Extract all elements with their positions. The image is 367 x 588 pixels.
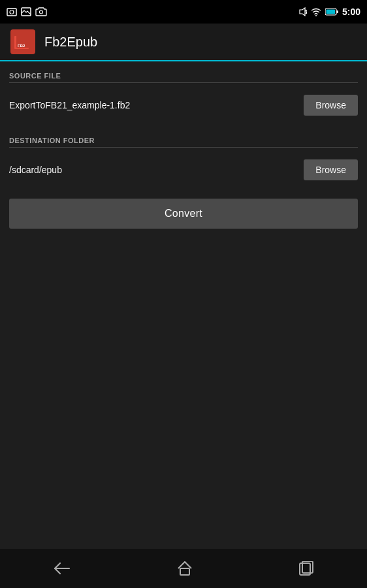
recent-button[interactable] bbox=[279, 555, 333, 582]
app-bar: FB2 Fb2Epub bbox=[0, 24, 367, 61]
recent-icon bbox=[299, 561, 313, 576]
status-bar: 5:00 bbox=[0, 0, 367, 24]
svg-rect-10 bbox=[336, 10, 338, 13]
screenshot-icon bbox=[7, 7, 17, 16]
home-button[interactable] bbox=[157, 555, 212, 582]
wifi-icon bbox=[311, 7, 321, 16]
home-icon bbox=[177, 561, 193, 576]
camera-icon bbox=[35, 7, 47, 16]
app-title: Fb2Epub bbox=[44, 35, 97, 50]
status-bar-left-icons bbox=[7, 7, 47, 16]
source-file-section: SOURCE FILE ExportToFB21_example-1.fb2 B… bbox=[9, 61, 358, 126]
svg-point-8 bbox=[315, 15, 317, 16]
svg-point-3 bbox=[40, 10, 43, 14]
back-icon bbox=[54, 562, 71, 575]
gallery-icon bbox=[21, 7, 31, 16]
destination-folder-section: DESTINATION FOLDER /sdcard/epub Browse bbox=[9, 126, 358, 191]
mute-icon bbox=[299, 7, 307, 16]
destination-folder-path: /sdcard/epub bbox=[9, 165, 304, 175]
source-file-label: SOURCE FILE bbox=[9, 72, 358, 80]
convert-button[interactable]: Convert bbox=[9, 199, 358, 229]
source-file-path: ExportToFB21_example-1.fb2 bbox=[9, 100, 304, 110]
source-file-row: ExportToFB21_example-1.fb2 Browse bbox=[9, 90, 358, 121]
back-button[interactable] bbox=[34, 555, 90, 581]
source-browse-button[interactable]: Browse bbox=[304, 95, 358, 116]
destination-folder-label: DESTINATION FOLDER bbox=[9, 137, 358, 144]
svg-rect-11 bbox=[326, 10, 335, 14]
destination-folder-divider bbox=[9, 147, 358, 148]
destination-folder-row: /sdcard/epub Browse bbox=[9, 154, 358, 186]
status-bar-right-icons: 5:00 bbox=[299, 7, 360, 17]
battery-icon bbox=[325, 8, 338, 16]
svg-rect-0 bbox=[7, 8, 16, 16]
bottom-nav bbox=[0, 549, 367, 588]
destination-browse-button[interactable]: Browse bbox=[304, 159, 358, 180]
app-logo: FB2 bbox=[10, 29, 35, 54]
svg-marker-4 bbox=[300, 8, 305, 16]
source-file-divider bbox=[9, 82, 358, 83]
main-content: SOURCE FILE ExportToFB21_example-1.fb2 B… bbox=[0, 61, 367, 549]
svg-point-1 bbox=[10, 10, 14, 14]
svg-rect-13 bbox=[180, 568, 189, 575]
app-logo-text: FB2 bbox=[18, 44, 25, 48]
status-time: 5:00 bbox=[342, 7, 360, 17]
